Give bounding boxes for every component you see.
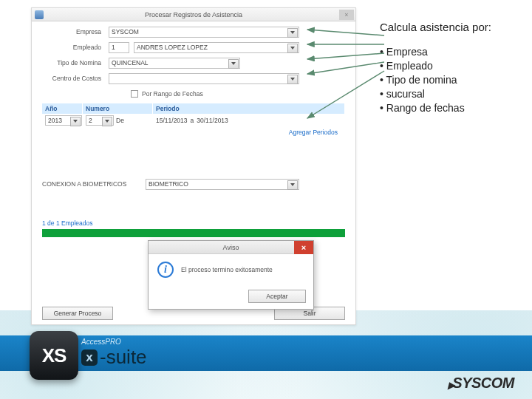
aviso-dialog: Aviso × i El proceso termino exitosament… — [148, 240, 314, 310]
annotation-panel: Calcula asistencia por: Empresa Empleado… — [380, 21, 528, 115]
empresa-value: SYSCOM — [112, 28, 139, 35]
brand-accesspro: AccessPRO — [81, 338, 147, 346]
empleado-id-field[interactable]: 1 — [109, 42, 129, 53]
brand-xsuite: x-suite — [81, 346, 147, 369]
titlebar: Procesar Registros de Asistencia × — [32, 8, 355, 21]
window-close-button[interactable]: × — [339, 10, 354, 20]
aviso-close-button[interactable]: × — [294, 241, 313, 254]
list-item: Empresa — [380, 45, 528, 59]
syscom-logo: ▸SYSCOM — [448, 375, 514, 392]
brand-bar: AccessPRO x-suite — [0, 335, 532, 371]
empleado-name: ANDRES LOPEZ LOPEZ — [137, 44, 208, 51]
chevron-down-icon[interactable] — [287, 28, 298, 38]
chevron-down-icon[interactable] — [287, 44, 298, 53]
form-area: Empresa SYSCOM Empleado 1 ANDRES LOPEZ L… — [32, 21, 355, 141]
empresa-combo[interactable]: SYSCOM — [109, 27, 299, 38]
empleado-combo[interactable]: ANDRES LOPEZ LOPEZ — [134, 42, 299, 53]
rango-fechas-checkbox[interactable]: Por Rango de Fechas — [131, 90, 345, 98]
checkbox-icon[interactable] — [131, 90, 138, 98]
chevron-down-icon[interactable] — [102, 117, 112, 126]
ano-combo[interactable]: 2013 — [45, 115, 82, 126]
agregar-periodos-link[interactable]: Agregar Periodos — [42, 126, 345, 138]
window-title: Procesar Registros de Asistencia — [32, 11, 355, 18]
status-text: 1 de 1 Empleados — [42, 219, 345, 227]
aviso-title: Aviso — [149, 244, 313, 251]
chevron-down-icon[interactable] — [228, 59, 239, 69]
empresa-label: Empresa — [42, 28, 109, 35]
chevron-down-icon[interactable] — [70, 117, 81, 126]
aviso-message: El proceso termino exitosamente — [181, 266, 273, 273]
chevron-down-icon[interactable] — [287, 180, 298, 190]
tipo-nomina-label: Tipo de Nomina — [42, 59, 109, 66]
progress-bar — [42, 229, 345, 237]
generar-proceso-button[interactable]: Generar Proceso — [42, 307, 113, 320]
list-item: Empleado — [380, 59, 528, 73]
info-icon: i — [157, 262, 174, 278]
brand-x-icon: x — [81, 349, 98, 366]
aviso-aceptar-button[interactable]: Aceptar — [248, 290, 306, 303]
empleado-label: Empleado — [42, 44, 109, 51]
conn-combo[interactable]: BIOMETRICO — [146, 179, 299, 190]
centro-costos-combo[interactable] — [109, 73, 299, 84]
numero-combo[interactable]: 2 — [86, 115, 114, 126]
list-item: Tipo de nomina — [380, 73, 528, 87]
aviso-titlebar: Aviso × — [149, 241, 313, 254]
annotation-list: Empresa Empleado Tipo de nomina sucursal… — [380, 45, 528, 115]
xs-tile-icon: XS — [30, 331, 78, 380]
arrow-icon: ▸ — [448, 377, 454, 393]
list-item: Rango de fechas — [380, 101, 528, 115]
period-row: 2013 2 De 15/11/2013 a 30/11/2013 — [42, 114, 345, 126]
chevron-down-icon[interactable] — [287, 75, 298, 84]
annotation-title: Calcula asistencia por: — [380, 21, 528, 33]
conn-label: CONEXION A BIOMETRICOS — [42, 180, 146, 188]
period-header: Año Numero Periodo — [42, 103, 345, 114]
list-item: sucursal — [380, 87, 528, 101]
tipo-nomina-combo[interactable]: QUINCENAL — [109, 58, 240, 69]
centro-costos-label: Centro de Costos — [42, 75, 109, 82]
